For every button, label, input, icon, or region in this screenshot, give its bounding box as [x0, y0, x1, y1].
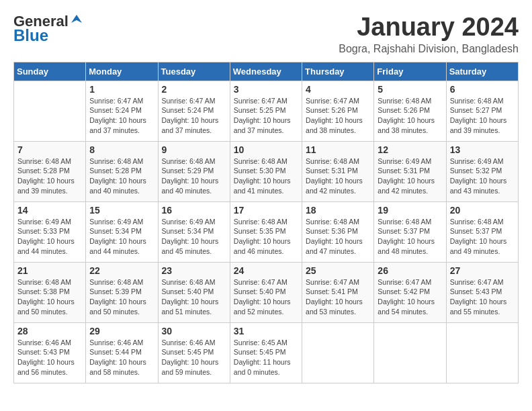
day-number: 5	[378, 84, 442, 95]
logo-text-blue: Blue	[13, 27, 48, 44]
calendar-cell: 25Sunrise: 6:47 AMSunset: 5:41 PMDayligh…	[302, 262, 374, 322]
calendar-cell: 2Sunrise: 6:47 AMSunset: 5:24 PMDaylight…	[158, 81, 230, 141]
title-area: January 2024 Bogra, Rajshahi Division, B…	[339, 13, 519, 55]
day-number: 6	[450, 84, 515, 95]
day-number: 10	[234, 144, 298, 155]
calendar-cell: 17Sunrise: 6:48 AMSunset: 5:35 PMDayligh…	[230, 201, 302, 262]
calendar-cell: 10Sunrise: 6:48 AMSunset: 5:30 PMDayligh…	[230, 141, 302, 201]
calendar-cell: 1Sunrise: 6:47 AMSunset: 5:24 PMDaylight…	[86, 81, 158, 141]
svg-marker-0	[71, 15, 82, 23]
calendar-cell: 30Sunrise: 6:46 AMSunset: 5:45 PMDayligh…	[158, 322, 230, 383]
day-info: Sunrise: 6:48 AMSunset: 5:27 PMDaylight:…	[450, 96, 515, 136]
day-info: Sunrise: 6:47 AMSunset: 5:24 PMDaylight:…	[89, 96, 154, 136]
logo-bird-icon	[70, 13, 83, 27]
calendar-cell: 21Sunrise: 6:48 AMSunset: 5:38 PMDayligh…	[14, 262, 86, 322]
day-number: 27	[450, 265, 515, 276]
day-info: Sunrise: 6:48 AMSunset: 5:28 PMDaylight:…	[17, 156, 82, 196]
day-number: 29	[89, 326, 154, 336]
header-friday: Friday	[374, 62, 446, 81]
calendar-cell: 15Sunrise: 6:49 AMSunset: 5:34 PMDayligh…	[86, 201, 158, 262]
logo: General Blue	[13, 13, 83, 45]
day-info: Sunrise: 6:45 AMSunset: 5:45 PMDaylight:…	[234, 338, 298, 377]
day-number: 23	[162, 265, 226, 276]
day-info: Sunrise: 6:48 AMSunset: 5:30 PMDaylight:…	[234, 156, 298, 196]
day-number: 28	[17, 326, 82, 336]
calendar-cell	[374, 322, 446, 383]
day-number: 3	[234, 84, 298, 95]
day-number: 7	[17, 144, 82, 155]
day-info: Sunrise: 6:46 AMSunset: 5:44 PMDaylight:…	[89, 338, 154, 377]
day-info: Sunrise: 6:47 AMSunset: 5:26 PMDaylight:…	[306, 96, 370, 136]
day-number: 20	[450, 205, 515, 216]
day-info: Sunrise: 6:49 AMSunset: 5:32 PMDaylight:…	[450, 156, 515, 196]
day-number: 31	[234, 326, 298, 336]
calendar-header-row: Sunday Monday Tuesday Wednesday Thursday…	[14, 62, 519, 81]
calendar-cell: 28Sunrise: 6:46 AMSunset: 5:43 PMDayligh…	[14, 322, 86, 383]
calendar-cell: 11Sunrise: 6:48 AMSunset: 5:31 PMDayligh…	[302, 141, 374, 201]
calendar-week-3: 14Sunrise: 6:49 AMSunset: 5:33 PMDayligh…	[14, 201, 519, 262]
day-info: Sunrise: 6:48 AMSunset: 5:36 PMDaylight:…	[306, 217, 370, 257]
day-info: Sunrise: 6:48 AMSunset: 5:37 PMDaylight:…	[378, 217, 442, 257]
day-info: Sunrise: 6:49 AMSunset: 5:33 PMDaylight:…	[17, 217, 82, 257]
calendar-cell: 19Sunrise: 6:48 AMSunset: 5:37 PMDayligh…	[374, 201, 446, 262]
day-info: Sunrise: 6:47 AMSunset: 5:25 PMDaylight:…	[234, 96, 298, 136]
calendar-cell: 20Sunrise: 6:48 AMSunset: 5:37 PMDayligh…	[446, 201, 518, 262]
day-info: Sunrise: 6:48 AMSunset: 5:31 PMDaylight:…	[306, 156, 370, 196]
day-number: 11	[306, 144, 370, 155]
day-number: 14	[17, 205, 82, 216]
day-number: 12	[378, 144, 442, 155]
day-info: Sunrise: 6:49 AMSunset: 5:34 PMDaylight:…	[162, 217, 226, 257]
calendar-cell	[302, 322, 374, 383]
calendar-week-1: 1Sunrise: 6:47 AMSunset: 5:24 PMDaylight…	[14, 81, 519, 141]
day-number: 25	[306, 265, 370, 276]
day-number: 19	[378, 205, 442, 216]
calendar-cell: 27Sunrise: 6:47 AMSunset: 5:43 PMDayligh…	[446, 262, 518, 322]
calendar-cell: 6Sunrise: 6:48 AMSunset: 5:27 PMDaylight…	[446, 81, 518, 141]
day-info: Sunrise: 6:47 AMSunset: 5:40 PMDaylight:…	[234, 277, 298, 317]
day-number: 8	[89, 144, 154, 155]
day-info: Sunrise: 6:47 AMSunset: 5:43 PMDaylight:…	[450, 277, 515, 317]
day-number: 2	[162, 84, 226, 95]
calendar-week-2: 7Sunrise: 6:48 AMSunset: 5:28 PMDaylight…	[14, 141, 519, 201]
header-monday: Monday	[86, 62, 158, 81]
calendar-week-4: 21Sunrise: 6:48 AMSunset: 5:38 PMDayligh…	[14, 262, 519, 322]
header-thursday: Thursday	[302, 62, 374, 81]
calendar-cell: 4Sunrise: 6:47 AMSunset: 5:26 PMDaylight…	[302, 81, 374, 141]
day-number: 21	[17, 265, 82, 276]
day-info: Sunrise: 6:48 AMSunset: 5:37 PMDaylight:…	[450, 217, 515, 257]
day-number: 4	[306, 84, 370, 95]
header-wednesday: Wednesday	[230, 62, 302, 81]
day-info: Sunrise: 6:47 AMSunset: 5:24 PMDaylight:…	[162, 96, 226, 136]
day-info: Sunrise: 6:47 AMSunset: 5:41 PMDaylight:…	[306, 277, 370, 317]
day-number: 18	[306, 205, 370, 216]
day-info: Sunrise: 6:48 AMSunset: 5:29 PMDaylight:…	[162, 156, 226, 196]
month-title: January 2024	[339, 13, 519, 42]
header-saturday: Saturday	[446, 62, 518, 81]
calendar-cell: 5Sunrise: 6:48 AMSunset: 5:26 PMDaylight…	[374, 81, 446, 141]
day-number: 22	[89, 265, 154, 276]
page-header: General Blue January 2024 Bogra, Rajshah…	[13, 13, 519, 55]
calendar-cell: 12Sunrise: 6:49 AMSunset: 5:31 PMDayligh…	[374, 141, 446, 201]
day-number: 1	[89, 84, 154, 95]
day-number: 26	[378, 265, 442, 276]
calendar-cell	[14, 81, 86, 141]
day-number: 9	[162, 144, 226, 155]
calendar-cell: 24Sunrise: 6:47 AMSunset: 5:40 PMDayligh…	[230, 262, 302, 322]
day-number: 15	[89, 205, 154, 216]
calendar-cell: 31Sunrise: 6:45 AMSunset: 5:45 PMDayligh…	[230, 322, 302, 383]
day-info: Sunrise: 6:48 AMSunset: 5:38 PMDaylight:…	[17, 277, 82, 317]
calendar-cell: 23Sunrise: 6:48 AMSunset: 5:40 PMDayligh…	[158, 262, 230, 322]
calendar-cell: 8Sunrise: 6:48 AMSunset: 5:28 PMDaylight…	[86, 141, 158, 201]
day-info: Sunrise: 6:48 AMSunset: 5:39 PMDaylight:…	[89, 277, 154, 317]
calendar-week-5: 28Sunrise: 6:46 AMSunset: 5:43 PMDayligh…	[14, 322, 519, 383]
day-info: Sunrise: 6:49 AMSunset: 5:34 PMDaylight:…	[89, 217, 154, 257]
calendar-cell: 18Sunrise: 6:48 AMSunset: 5:36 PMDayligh…	[302, 201, 374, 262]
day-number: 24	[234, 265, 298, 276]
calendar-cell: 16Sunrise: 6:49 AMSunset: 5:34 PMDayligh…	[158, 201, 230, 262]
day-info: Sunrise: 6:46 AMSunset: 5:43 PMDaylight:…	[17, 338, 82, 377]
day-info: Sunrise: 6:46 AMSunset: 5:45 PMDaylight:…	[162, 338, 226, 377]
calendar-cell	[446, 322, 518, 383]
calendar-cell: 13Sunrise: 6:49 AMSunset: 5:32 PMDayligh…	[446, 141, 518, 201]
day-info: Sunrise: 6:48 AMSunset: 5:26 PMDaylight:…	[378, 96, 442, 136]
calendar-cell: 14Sunrise: 6:49 AMSunset: 5:33 PMDayligh…	[14, 201, 86, 262]
